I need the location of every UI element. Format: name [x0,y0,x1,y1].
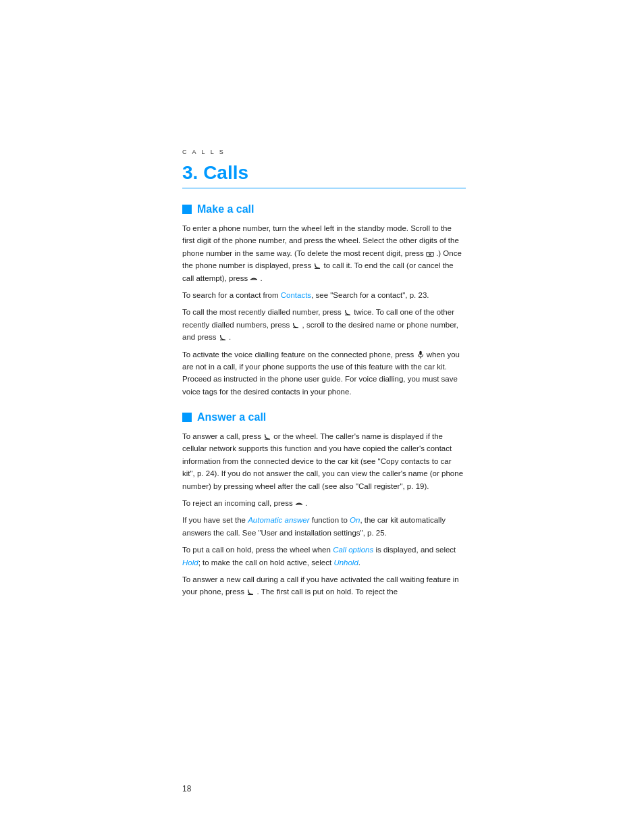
answer-call-section: Answer a call To answer a call, press or… [182,411,466,598]
page: C a l l s 3. Calls Make a call To enter … [0,0,644,834]
answer-call-para5: To answer a new call during a call if yo… [182,573,466,598]
answer-call-content: To answer a call, press or the wheel. Th… [182,430,466,598]
hold-link[interactable]: Hold [182,558,198,567]
call-key-icon-2 [344,309,352,317]
content-area: C a l l s 3. Calls Make a call To enter … [182,149,466,612]
make-call-section: Make a call To enter a phone number, tur… [182,203,466,398]
end-key-icon [250,275,258,283]
answer-call-icon [182,413,192,422]
answer-call-para2: To reject an incoming call, press . [182,497,466,509]
answer-call-heading: Answer a call [182,411,466,423]
make-call-para1: To enter a phone number, turn the wheel … [182,222,466,284]
chapter-title: 3. Calls [182,162,466,184]
answer-key-icon [263,433,271,441]
make-call-para2: To search for a contact from Contacts, s… [182,289,466,301]
delete-key-icon [426,250,434,258]
unhold-link[interactable]: Unhold [333,558,358,567]
svg-rect-8 [419,351,421,355]
call-options-link[interactable]: Call options [333,546,373,554]
make-call-para3: To call the most recently dialled number… [182,306,466,343]
call-key-icon-4 [219,334,227,342]
make-call-para4: To activate the voice dialling feature o… [182,348,466,398]
make-call-heading: Make a call [182,203,466,215]
section-label: C a l l s [182,149,466,155]
make-call-content: To enter a phone number, turn the wheel … [182,222,466,398]
chapter-divider [182,188,466,188]
on-link[interactable]: On [350,516,360,524]
answer-call-para4: To put a call on hold, press the wheel w… [182,544,466,569]
make-call-icon [182,205,192,214]
call-key-icon-3 [292,321,300,330]
contacts-link[interactable]: Contacts [281,291,311,299]
answer-waiting-key-icon [246,588,254,596]
make-call-title: Make a call [197,203,254,215]
mic-icon [417,350,425,359]
answer-call-title: Answer a call [197,411,266,423]
reject-key-icon [295,500,303,508]
page-number: 18 [182,784,191,793]
answer-call-para3: If you have set the Automatic answer fun… [182,514,466,539]
automatic-answer-link[interactable]: Automatic answer [248,516,309,524]
call-key-icon [313,262,321,270]
answer-call-para1: To answer a call, press or the wheel. Th… [182,430,466,492]
